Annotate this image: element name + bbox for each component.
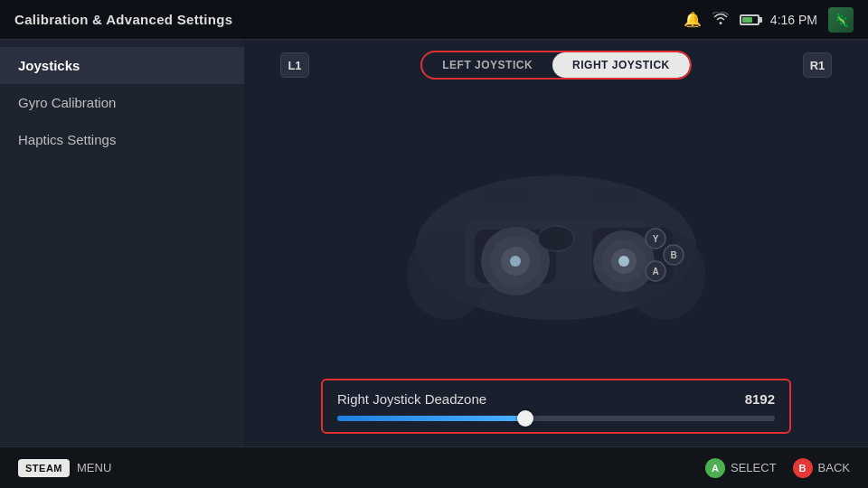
svg-rect-21	[588, 189, 637, 207]
header-controls: 🔔 4:16 PM 🦎	[684, 7, 854, 33]
back-label: BACK	[818, 461, 850, 474]
avatar: 🦎	[828, 7, 854, 33]
deadzone-slider[interactable]	[337, 416, 775, 421]
header: Calibration & Advanced Settings 🔔 4:16 P…	[0, 0, 868, 40]
svg-point-22	[538, 226, 574, 251]
content-area: L1 LEFT JOYSTICK RIGHT JOYSTICK R1	[244, 40, 868, 446]
deadzone-value: 8192	[745, 391, 775, 407]
select-action: A SELECT	[705, 458, 777, 478]
left-joystick-tab[interactable]: LEFT JOYSTICK	[422, 52, 552, 78]
svg-rect-20	[479, 189, 529, 207]
battery-icon	[740, 14, 760, 25]
svg-text:B: B	[670, 250, 676, 260]
select-label: SELECT	[731, 461, 777, 474]
menu-label: MENU	[77, 461, 111, 474]
notification-icon: 🔔	[684, 11, 702, 28]
slider-thumb[interactable]	[517, 410, 533, 427]
slider-fill	[337, 416, 525, 421]
wifi-icon	[712, 12, 729, 27]
joystick-toggle[interactable]: LEFT JOYSTICK RIGHT JOYSTICK	[420, 51, 692, 80]
controller-area: Y B A	[262, 89, 850, 379]
deadzone-label: Right Joystick Deadzone	[337, 391, 486, 407]
sidebar-item-haptics[interactable]: Haptics Settings	[0, 121, 244, 158]
deadzone-container: Right Joystick Deadzone 8192	[321, 379, 791, 434]
main-layout: Joysticks Gyro Calibration Haptics Setti…	[0, 40, 868, 446]
sidebar-item-joysticks[interactable]: Joysticks	[0, 47, 244, 84]
a-button-icon: A	[705, 458, 725, 478]
svg-text:Y: Y	[653, 234, 659, 244]
b-button-icon: B	[793, 458, 813, 478]
joystick-toggle-row: L1 LEFT JOYSTICK RIGHT JOYSTICK R1	[262, 51, 850, 80]
svg-text:A: A	[652, 267, 658, 277]
r1-badge: R1	[803, 52, 832, 78]
footer-actions: A SELECT B BACK	[705, 458, 850, 478]
l1-badge: L1	[280, 52, 309, 78]
sidebar: Joysticks Gyro Calibration Haptics Setti…	[0, 40, 244, 446]
page-title: Calibration & Advanced Settings	[14, 12, 232, 27]
clock: 4:16 PM	[770, 13, 817, 27]
sidebar-item-gyro[interactable]: Gyro Calibration	[0, 84, 244, 121]
back-action: B BACK	[793, 458, 850, 478]
deadzone-header: Right Joystick Deadzone 8192	[337, 391, 775, 407]
controller-graphic: Y B A	[393, 139, 719, 329]
svg-point-8	[510, 256, 521, 267]
svg-point-13	[618, 256, 629, 267]
steam-button[interactable]: STEAM	[18, 459, 70, 477]
right-joystick-tab[interactable]: RIGHT JOYSTICK	[552, 52, 690, 78]
controller-svg: Y B A	[393, 139, 719, 329]
footer: STEAM MENU A SELECT B BACK	[0, 446, 868, 488]
